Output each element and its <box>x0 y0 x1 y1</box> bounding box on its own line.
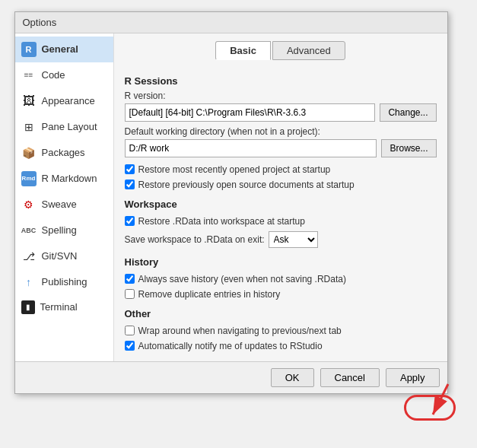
sidebar-label-terminal: Terminal <box>40 301 78 313</box>
ok-button[interactable]: OK <box>271 368 314 387</box>
wrap-around-label: Wrap around when navigating to previous/… <box>138 326 342 336</box>
sidebar-label-packages: Packages <box>42 147 85 158</box>
r-version-label: R version: <box>125 91 437 101</box>
wrap-around-row: Wrap around when navigating to previous/… <box>125 326 437 336</box>
remove-duplicates-checkbox[interactable] <box>125 289 135 299</box>
sidebar-item-pane-layout[interactable]: ⊞ Pane Layout <box>15 114 113 140</box>
remove-duplicates-row: Remove duplicate entries in history <box>125 289 437 300</box>
sidebar-item-r-markdown[interactable]: Rmd R Markdown <box>15 166 113 192</box>
sidebar-label-spelling: Spelling <box>42 224 77 236</box>
notify-updates-checkbox[interactable] <box>125 341 135 351</box>
notify-updates-row: Automatically notify me of updates to RS… <box>125 341 437 351</box>
title-bar: Options <box>15 12 447 33</box>
terminal-icon: ▮ <box>21 300 35 314</box>
spelling-icon: ABC <box>21 223 37 238</box>
workspace-section: Workspace <box>125 199 437 210</box>
appearance-icon: 🖼 <box>21 94 37 109</box>
sidebar-item-git-svn[interactable]: ⎇ Git/SVN <box>15 243 113 269</box>
restore-project-checkbox[interactable] <box>125 164 135 174</box>
dialog-title: Options <box>23 17 57 28</box>
always-save-history-label: Always save history (even when not savin… <box>138 274 346 284</box>
sidebar: R General ≡≡ Code 🖼 Appearance ⊞ Pane La… <box>15 33 114 361</box>
restore-rdata-row: Restore .RData into workspace at startup <box>125 216 437 227</box>
change-button[interactable]: Change... <box>380 103 436 122</box>
r-markdown-icon: Rmd <box>21 171 37 186</box>
tab-advanced[interactable]: Advanced <box>272 41 345 60</box>
git-svn-icon: ⎇ <box>21 249 37 264</box>
r-version-input[interactable] <box>125 103 376 122</box>
sidebar-label-pane-layout: Pane Layout <box>42 121 97 132</box>
working-dir-label: Default working directory (when not in a… <box>125 126 437 137</box>
sidebar-item-code[interactable]: ≡≡ Code <box>15 62 113 88</box>
other-section: Other <box>125 308 437 319</box>
restore-project-row: Restore most recently opened project at … <box>125 164 437 175</box>
sidebar-item-terminal[interactable]: ▮ Terminal <box>15 295 113 319</box>
general-icon: R <box>21 42 37 57</box>
sidebar-label-code: Code <box>42 69 65 81</box>
sidebar-item-packages[interactable]: 📦 Packages <box>15 140 113 166</box>
cancel-button[interactable]: Cancel <box>320 368 380 387</box>
sidebar-label-sweave: Sweave <box>42 199 77 210</box>
notify-updates-label: Automatically notify me of updates to RS… <box>138 341 323 351</box>
browse-button[interactable]: Browse... <box>381 139 436 157</box>
apply-button[interactable]: Apply <box>386 368 440 387</box>
sidebar-item-appearance[interactable]: 🖼 Appearance <box>15 88 113 114</box>
restore-rdata-checkbox[interactable] <box>125 216 135 226</box>
tab-bar: Basic Advanced <box>125 41 437 60</box>
sidebar-label-r-markdown: R Markdown <box>42 173 97 184</box>
restore-project-label: Restore most recently opened project at … <box>138 164 331 175</box>
r-version-row: Change... <box>125 103 437 122</box>
working-dir-row: Browse... <box>125 139 437 157</box>
restore-rdata-label: Restore .RData into workspace at startup <box>138 216 305 227</box>
main-content: Basic Advanced R Sessions R version: Cha… <box>114 33 447 361</box>
history-section: History <box>125 256 437 268</box>
code-icon: ≡≡ <box>21 68 37 83</box>
sidebar-label-publishing: Publishing <box>42 276 87 288</box>
save-workspace-select[interactable]: Ask Always Never <box>269 231 318 248</box>
sidebar-item-general[interactable]: R General <box>15 37 113 62</box>
sidebar-label-appearance: Appearance <box>42 95 95 106</box>
restore-source-label: Restore previously open source documents… <box>138 180 355 190</box>
working-dir-input[interactable] <box>125 139 377 157</box>
sidebar-label-git-svn: Git/SVN <box>42 250 78 262</box>
always-save-history-checkbox[interactable] <box>125 274 135 284</box>
sidebar-item-spelling[interactable]: ABC Spelling <box>15 218 113 243</box>
save-workspace-row: Save workspace to .RData on exit: Ask Al… <box>125 231 437 248</box>
apply-circle-annotation <box>404 395 456 421</box>
tab-basic[interactable]: Basic <box>215 41 271 60</box>
r-sessions-section: R Sessions <box>125 75 437 87</box>
sweave-icon: ⚙ <box>21 197 37 212</box>
remove-duplicates-label: Remove duplicate entries in history <box>138 289 281 300</box>
publishing-icon: ↑ <box>21 275 37 290</box>
sidebar-item-publishing[interactable]: ↑ Publishing <box>15 269 113 295</box>
dialog-footer: OK Cancel Apply <box>15 361 447 393</box>
sidebar-item-sweave[interactable]: ⚙ Sweave <box>15 192 113 218</box>
restore-source-row: Restore previously open source documents… <box>125 180 437 190</box>
always-save-history-row: Always save history (even when not savin… <box>125 274 437 284</box>
restore-source-checkbox[interactable] <box>125 180 135 189</box>
pane-layout-icon: ⊞ <box>21 119 37 135</box>
save-workspace-label: Save workspace to .RData on exit: <box>125 234 265 245</box>
sidebar-label-general: General <box>42 43 78 55</box>
packages-icon: 📦 <box>21 145 37 160</box>
wrap-around-checkbox[interactable] <box>125 326 135 335</box>
